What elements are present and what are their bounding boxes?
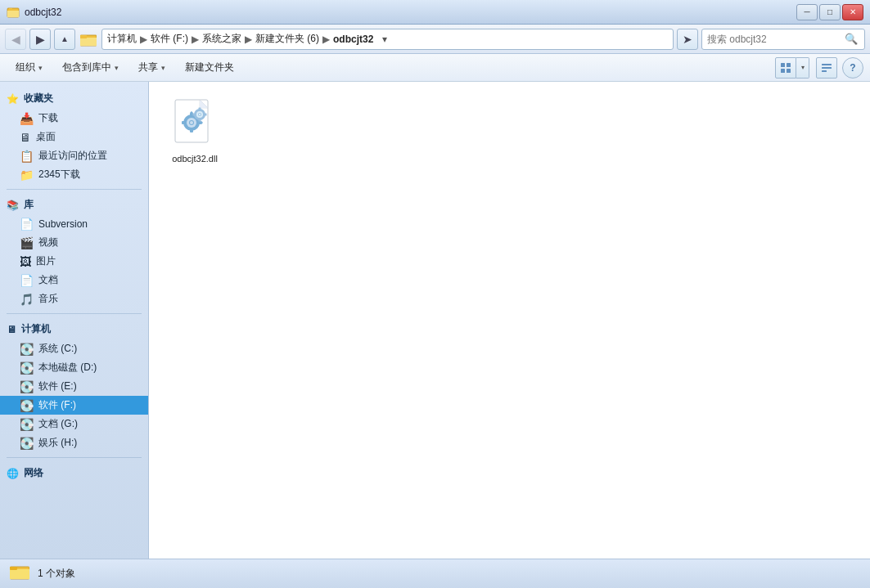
- sidebar-item-subversion[interactable]: 📄 Subversion: [0, 215, 148, 233]
- sidebar-item-desktop[interactable]: 🖥 桌面: [0, 128, 148, 146]
- pictures-icon: 🖼: [20, 255, 31, 268]
- window-icon: [7, 6, 20, 19]
- music-icon: 🎵: [20, 293, 34, 306]
- sidebar-item-e[interactable]: 💽 软件 (E:): [0, 377, 148, 396]
- status-folder-icon: [10, 563, 29, 584]
- sidebar-item-recent[interactable]: 📋 最近访问的位置: [0, 146, 148, 165]
- close-button[interactable]: ✕: [842, 4, 863, 20]
- computer-icon: 🖥: [7, 324, 16, 335]
- sidebar-item-pictures[interactable]: 🖼 图片: [0, 252, 148, 271]
- forward-button[interactable]: ▶: [29, 29, 51, 50]
- svg-rect-1: [7, 11, 19, 17]
- include-dropdown-arrow: ▾: [115, 64, 119, 72]
- crumb-computer[interactable]: 计算机: [107, 32, 137, 46]
- svg-rect-11: [822, 67, 832, 69]
- window-title: odbcjt32: [25, 7, 61, 18]
- file-label: odbcjt32.dll: [172, 154, 218, 164]
- svg-rect-30: [193, 114, 196, 116]
- minimize-button[interactable]: ─: [796, 4, 818, 20]
- crumb-sys[interactable]: 系统之家: [202, 32, 241, 46]
- folder-icon: [79, 29, 98, 49]
- title-controls: ─ □ ✕: [796, 4, 863, 20]
- title-bar: odbcjt32 ─ □ ✕: [0, 0, 870, 25]
- svg-rect-35: [10, 569, 29, 579]
- svg-point-33: [199, 114, 201, 115]
- svg-rect-9: [787, 69, 791, 73]
- drive-g-icon: 💽: [20, 418, 34, 431]
- drive-d-icon: 💽: [20, 361, 34, 375]
- video-icon: 🎬: [20, 236, 34, 249]
- sidebar-item-f[interactable]: 💽 软件 (F:): [0, 396, 148, 415]
- svg-rect-5: [80, 35, 87, 38]
- svg-rect-36: [10, 567, 17, 570]
- file-item-odbcjt32[interactable]: odbcjt32.dll: [162, 95, 228, 167]
- network-icon: 🌐: [7, 468, 19, 479]
- up-button[interactable]: ▲: [54, 29, 75, 50]
- svg-rect-29: [199, 119, 201, 122]
- include-library-button[interactable]: 包含到库中 ▾: [53, 57, 128, 79]
- downloads-icon: 📥: [20, 112, 34, 125]
- svg-rect-28: [199, 108, 201, 110]
- sidebar-library-header: 📚 库: [0, 195, 148, 215]
- search-icon[interactable]: 🔍: [843, 31, 859, 47]
- svg-rect-19: [190, 129, 193, 132]
- view-buttons: ▾ ?: [775, 57, 863, 79]
- sidebar-item-h[interactable]: 💽 娱乐 (H:): [0, 433, 148, 452]
- toolbar: 组织 ▾ 包含到库中 ▾ 共享 ▾ 新建文件夹 ▾: [0, 54, 870, 82]
- sidebar-item-music[interactable]: 🎵 音乐: [0, 290, 148, 308]
- back-button[interactable]: ◀: [5, 29, 26, 50]
- sidebar-item-video[interactable]: 🎬 视频: [0, 233, 148, 252]
- share-dropdown-arrow: ▾: [161, 64, 165, 72]
- breadcrumb: 计算机 ▶ 软件 (F:) ▶ 系统之家 ▶ 新建文件夹 (6) ▶ odbcj…: [107, 32, 373, 46]
- help-button[interactable]: ?: [842, 57, 863, 79]
- svg-point-25: [190, 121, 193, 124]
- drive-c-icon: 💽: [20, 343, 34, 356]
- organize-button[interactable]: 组织 ▾: [7, 57, 52, 79]
- folder-2345-icon: 📁: [20, 168, 34, 182]
- maximize-button[interactable]: □: [819, 4, 841, 20]
- address-dropdown-button[interactable]: ▾: [376, 29, 393, 49]
- file-grid: odbcjt32.dll: [162, 95, 857, 167]
- sidebar-item-g[interactable]: 💽 文档 (G:): [0, 415, 148, 433]
- new-folder-button[interactable]: 新建文件夹: [176, 57, 243, 79]
- go-button[interactable]: ➤: [677, 29, 698, 50]
- svg-rect-12: [822, 70, 827, 72]
- search-bar: 🔍: [701, 29, 865, 50]
- view-dropdown-arrow[interactable]: ▾: [796, 57, 809, 79]
- address-bar[interactable]: 计算机 ▶ 软件 (F:) ▶ 系统之家 ▶ 新建文件夹 (6) ▶ odbcj…: [101, 29, 674, 50]
- documents-icon: 📄: [20, 274, 34, 287]
- crumb-current[interactable]: odbcjt32: [333, 34, 373, 45]
- sidebar-computer-header: 🖥 计算机: [0, 319, 148, 339]
- sidebar-item-documents[interactable]: 📄 文档: [0, 271, 148, 290]
- status-text: 1 个对象: [38, 567, 75, 581]
- sidebar-favorites-header: ⭐ 收藏夹: [0, 88, 148, 109]
- search-input[interactable]: [707, 34, 840, 45]
- sidebar-divider-2: [7, 313, 142, 314]
- svg-rect-6: [781, 63, 785, 67]
- drive-h-icon: 💽: [20, 437, 34, 450]
- sidebar-item-downloads[interactable]: 📥 下载: [0, 109, 148, 128]
- sidebar-network-header: 🌐 网络: [0, 463, 148, 483]
- svg-rect-8: [781, 69, 785, 73]
- sidebar-divider-1: [7, 189, 142, 190]
- crumb-f[interactable]: 软件 (F:): [151, 32, 188, 46]
- sidebar-favorites-section: ⭐ 收藏夹 📥 下载 🖥 桌面 📋 最近访问的位置 📁 2345下载: [0, 88, 148, 184]
- subversion-icon: 📄: [20, 218, 34, 231]
- svg-rect-2: [9, 8, 12, 11]
- svg-rect-20: [182, 121, 185, 124]
- details-pane-button[interactable]: [816, 57, 837, 79]
- crumb-newfolder[interactable]: 新建文件夹 (6): [255, 32, 319, 46]
- svg-rect-7: [787, 63, 791, 67]
- sidebar-item-d[interactable]: 💽 本地磁盘 (D:): [0, 358, 148, 377]
- sidebar-library-section: 📚 库 📄 Subversion 🎬 视频 🖼 图片 📄 文档 🎵 音乐: [0, 195, 148, 308]
- main-content: ⭐ 收藏夹 📥 下载 🖥 桌面 📋 最近访问的位置 📁 2345下载: [0, 82, 870, 559]
- nav-bar: ◀ ▶ ▲ 计算机 ▶ 软件 (F:) ▶ 系统之家 ▶ 新建文件夹 (6) ▶…: [0, 25, 870, 54]
- svg-rect-31: [205, 114, 207, 116]
- status-bar: 1 个对象: [0, 559, 870, 588]
- sidebar-divider-3: [7, 457, 142, 458]
- share-button[interactable]: 共享 ▾: [129, 57, 174, 79]
- sidebar-item-2345[interactable]: 📁 2345下载: [0, 165, 148, 184]
- sidebar-item-c[interactable]: 💽 系统 (C:): [0, 339, 148, 358]
- organize-dropdown-arrow: ▾: [38, 64, 43, 72]
- view-mode-button[interactable]: [775, 57, 796, 79]
